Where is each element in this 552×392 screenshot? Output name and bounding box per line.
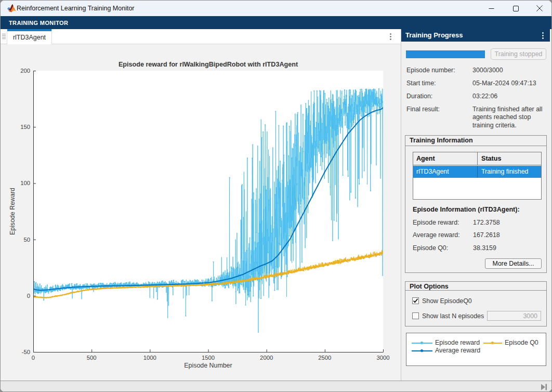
svg-text:1500: 1500 <box>202 355 215 361</box>
field-label: Start time: <box>406 80 436 87</box>
panel-grip-column <box>1 29 7 44</box>
title-bar: Reinforcement Learning Training Monitor <box>1 1 551 16</box>
svg-text:Episode Number: Episode Number <box>184 362 232 369</box>
group-title: Training Information <box>410 137 473 144</box>
checkbox-label: Show EpisodeQ0 <box>422 297 472 305</box>
show-episodeq0-checkbox[interactable] <box>412 297 419 304</box>
training-stopped-button[interactable]: Training stopped <box>491 48 546 60</box>
svg-text:100: 100 <box>20 180 30 186</box>
column-divider <box>477 152 478 165</box>
field-value: 3000/3000 <box>472 67 548 74</box>
legend-label: Average reward <box>435 347 480 355</box>
cell-agent: rlTD3Agent <box>416 166 449 178</box>
tab-rltd3agent[interactable]: rlTD3Agent <box>7 29 52 44</box>
svg-text:2500: 2500 <box>318 355 331 361</box>
status-bar <box>1 381 551 392</box>
legend-marker-dot <box>420 342 423 344</box>
svg-text:150: 150 <box>20 124 30 130</box>
svg-text:0: 0 <box>27 293 30 299</box>
group-separator <box>405 146 546 146</box>
toolstrip-tab-training-monitor[interactable]: TRAINING MONITOR <box>9 16 68 29</box>
group-separator <box>405 290 546 291</box>
svg-text:3000: 3000 <box>376 355 389 361</box>
close-button[interactable] <box>527 1 551 16</box>
training-information-group: Training Information Agent Status rlTD3A… <box>405 135 547 273</box>
field-label: Episode number: <box>406 67 455 74</box>
minimize-button[interactable] <box>479 1 504 16</box>
stat-value: 172.3758 <box>473 219 500 226</box>
progress-fill <box>406 50 485 58</box>
svg-text:Episode Reward: Episode Reward <box>9 188 16 235</box>
group-title: Plot Options <box>410 283 449 290</box>
panel-title: Training Progress <box>405 29 463 42</box>
training-chart: -50050100150200050010001500200025003000E… <box>1 44 401 381</box>
svg-text:50: 50 <box>23 237 30 243</box>
window-title: Reinforcement Learning Training Monitor <box>17 1 135 16</box>
stat-label: Average reward: <box>413 231 460 239</box>
agent-status-table: Agent Status rlTD3Agent Training finishe… <box>413 152 542 200</box>
column-divider <box>477 166 478 178</box>
legend-item-episode-q0: Episode Q0 <box>483 339 546 347</box>
show-last-n-checkbox[interactable] <box>412 312 419 319</box>
tab-strip-menu-icon[interactable] <box>386 29 395 44</box>
field-value: 05-Mar-2024 09:47:13 <box>472 80 548 87</box>
plot-options-group: Plot Options Show EpisodeQ0 Show last N … <box>405 281 547 326</box>
training-progress-panel: Training Progress Training stopped Episo… <box>401 29 549 381</box>
toolstrip: TRAINING MONITOR <box>1 16 551 29</box>
legend-marker-dot <box>491 342 494 344</box>
svg-text:-50: -50 <box>22 349 30 355</box>
legend-item-episode-reward: Episode reward <box>412 339 479 347</box>
document-tab-strip: rlTD3Agent <box>1 29 401 44</box>
legend-marker-dot <box>420 349 423 352</box>
last-n-episodes-input[interactable] <box>487 311 541 321</box>
grip-handle-icon[interactable] <box>2 34 6 40</box>
stat-label: Episode Q0: <box>413 244 448 252</box>
table-header: Agent Status <box>413 152 541 165</box>
svg-text:2000: 2000 <box>260 355 273 361</box>
stat-label: Episode reward: <box>413 219 459 226</box>
field-value: 03:22:06 <box>472 93 548 100</box>
legend-label: Episode reward <box>435 339 480 347</box>
field-value: Training finished after all agents reach… <box>472 106 548 129</box>
column-header-status: Status <box>481 152 502 165</box>
expand-panel-icon[interactable] <box>540 383 548 391</box>
svg-text:Episode reward for rlWalkingBi: Episode reward for rlWalkingBipedRobot w… <box>119 61 298 68</box>
svg-text:0: 0 <box>32 355 35 361</box>
chart-legend: Episode reward Episode Q0 Average reward <box>406 333 546 366</box>
table-row[interactable]: rlTD3Agent Training finished <box>413 166 541 178</box>
cell-status: Training finished <box>481 166 528 178</box>
app-window: Reinforcement Learning Training Monitor … <box>0 0 552 392</box>
training-progress-bar <box>406 50 485 58</box>
stat-value: 38.3159 <box>473 244 496 252</box>
more-details-button[interactable]: More Details... <box>485 258 542 269</box>
maximize-button[interactable] <box>504 1 528 16</box>
field-label: Duration: <box>406 93 432 100</box>
tab-label: rlTD3Agent <box>7 31 51 44</box>
checkbox-label: Show last N episodes <box>422 312 484 320</box>
field-label: Final result: <box>406 106 440 113</box>
stat-value: 167.2618 <box>473 231 500 239</box>
legend-label: Episode Q0 <box>505 339 538 347</box>
svg-text:1000: 1000 <box>143 355 156 361</box>
svg-text:200: 200 <box>20 68 30 74</box>
legend-item-average-reward: Average reward <box>412 347 479 355</box>
panel-header: Training Progress <box>401 29 550 42</box>
panel-menu-icon[interactable] <box>537 29 548 42</box>
column-header-agent: Agent <box>416 152 435 165</box>
episode-information-title: Episode Information (rlTD3Agent): <box>413 206 520 213</box>
svg-text:500: 500 <box>87 355 97 361</box>
matlab-logo-icon <box>7 4 17 13</box>
